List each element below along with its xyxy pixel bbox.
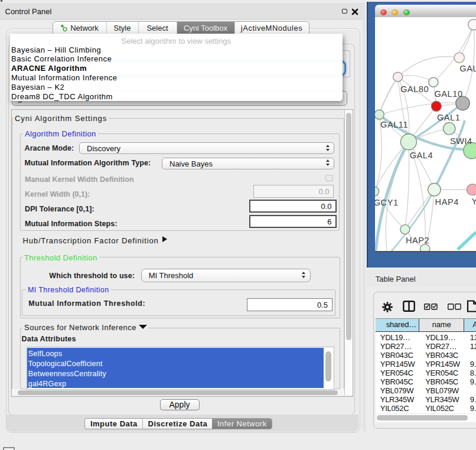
svg-text:SWI4: SWI4 bbox=[450, 136, 472, 146]
svg-text:YJ: YJ bbox=[472, 197, 476, 206]
svg-text:GAL7: GAL7 bbox=[460, 64, 476, 73]
svg-text:GAL11: GAL11 bbox=[380, 120, 408, 129]
svg-text:GCY1: GCY1 bbox=[375, 198, 399, 207]
svg-text:HAP2: HAP2 bbox=[406, 236, 429, 245]
svg-text:GAL1: GAL1 bbox=[437, 113, 461, 122]
svg-text:GAL10: GAL10 bbox=[435, 89, 463, 99]
svg-text:GAL4: GAL4 bbox=[410, 151, 433, 160]
svg-text:GAL80: GAL80 bbox=[400, 84, 429, 94]
svg-text:HAP4: HAP4 bbox=[435, 197, 459, 207]
